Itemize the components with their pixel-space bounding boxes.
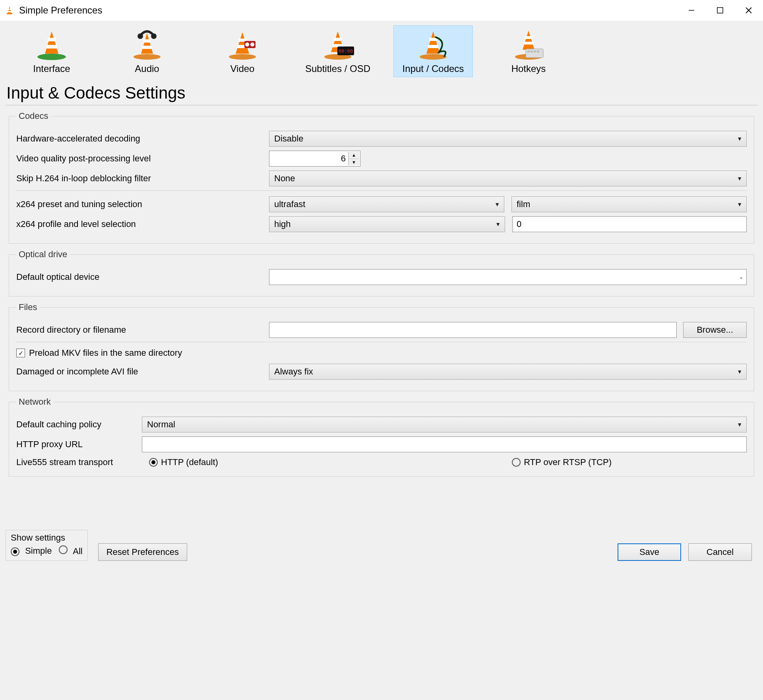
files-group: Files Record directory or filename Brows…: [9, 302, 754, 391]
radio-icon: [512, 458, 521, 467]
tab-interface[interactable]: Interface: [12, 25, 91, 77]
svg-rect-38: [524, 42, 533, 45]
combo-value: None: [274, 173, 295, 184]
tab-input-codecs[interactable]: Input / Codecs: [393, 25, 473, 77]
save-button[interactable]: Save: [618, 543, 681, 561]
maximize-button[interactable]: [706, 0, 734, 21]
svg-rect-1: [8, 9, 11, 10]
tab-audio[interactable]: Audio: [107, 25, 187, 77]
radio-http[interactable]: HTTP (default): [149, 457, 218, 467]
tab-label: Subtitles / OSD: [305, 63, 370, 74]
live555-label: Live555 stream transport: [16, 457, 143, 467]
tab-label: Hotkeys: [511, 63, 546, 74]
chevron-down-icon: ▼: [494, 201, 500, 207]
caching-label: Default caching policy: [16, 419, 136, 430]
svg-rect-37: [525, 36, 533, 39]
avi-label: Damaged or incomplete AVI file: [16, 366, 263, 377]
separator: [16, 342, 747, 342]
separator: [16, 190, 747, 191]
x264-preset-combo[interactable]: ultrafast ▼: [269, 196, 504, 212]
spinbox-value: 6: [341, 153, 346, 164]
record-input[interactable]: [269, 322, 677, 338]
svg-rect-34: [428, 45, 438, 48]
svg-point-16: [137, 33, 143, 39]
chevron-down-icon: ▼: [737, 421, 742, 428]
svg-point-31: [420, 54, 447, 60]
chevron-down-icon: ▼: [737, 136, 742, 142]
chevron-down-icon: ▼: [737, 201, 742, 207]
tab-subtitles[interactable]: 00:00 Subtitles / OSD: [298, 25, 378, 77]
x264-level-input[interactable]: 0: [512, 216, 747, 232]
svg-rect-42: [534, 50, 536, 52]
radio-label: All: [73, 546, 82, 556]
x264-profile-label: x264 profile and level selection: [16, 219, 263, 229]
video-icon: [225, 29, 260, 61]
reset-preferences-button[interactable]: Reset Preferences: [98, 543, 187, 561]
radio-all[interactable]: All: [59, 545, 82, 557]
svg-rect-33: [429, 38, 437, 41]
chevron-down-icon: ▼: [737, 368, 742, 375]
record-label: Record directory or filename: [16, 325, 263, 335]
svg-rect-15: [142, 46, 152, 49]
tab-video[interactable]: Video: [203, 25, 282, 77]
radio-icon: [11, 547, 19, 556]
x264-tuning-combo[interactable]: film ▼: [511, 196, 747, 212]
svg-rect-43: [537, 50, 539, 52]
codecs-legend: Codecs: [16, 111, 51, 121]
radio-icon: [59, 545, 68, 554]
radio-simple[interactable]: Simple: [11, 546, 52, 556]
postproc-spinbox[interactable]: 6 ▲ ▼: [269, 151, 360, 167]
show-settings-group: Show settings Simple All: [6, 530, 88, 561]
spin-up-icon[interactable]: ▲: [349, 152, 359, 159]
input-codecs-icon: [415, 29, 451, 61]
caching-combo[interactable]: Normal ▼: [142, 417, 747, 432]
skip-h264-combo[interactable]: None ▼: [269, 171, 747, 186]
files-legend: Files: [16, 302, 39, 312]
chevron-down-icon: ⌄: [739, 274, 743, 280]
combo-value: Normal: [147, 419, 175, 430]
preload-mkv-checkbox[interactable]: ✓: [16, 349, 25, 357]
optical-device-label: Default optical device: [16, 272, 263, 282]
proxy-input[interactable]: [142, 436, 747, 452]
svg-rect-27: [334, 38, 342, 41]
radio-label: HTTP (default): [161, 457, 218, 467]
subtitles-icon: 00:00: [320, 29, 356, 61]
x264-profile-combo[interactable]: high ▼: [269, 216, 505, 232]
minimize-button[interactable]: [677, 0, 706, 21]
hw-decoding-combo[interactable]: Disable ▼: [269, 131, 747, 147]
svg-rect-11: [46, 45, 57, 48]
category-tabs: Interface Audio Video 00:00 Subtitles / …: [0, 21, 763, 80]
proxy-label: HTTP proxy URL: [16, 439, 136, 450]
svg-marker-9: [45, 31, 58, 54]
optical-legend: Optical drive: [16, 249, 70, 260]
tab-label: Input / Codecs: [403, 63, 464, 74]
skip-h264-label: Skip H.264 in-loop deblocking filter: [16, 173, 263, 184]
vlc-app-icon: [5, 6, 14, 15]
spin-down-icon[interactable]: ▼: [349, 159, 359, 166]
titlebar: Simple Preferences: [0, 0, 763, 21]
svg-rect-41: [531, 50, 533, 52]
radio-rtp[interactable]: RTP over RTSP (TCP): [512, 457, 612, 467]
optical-device-combo[interactable]: ⌄: [269, 269, 747, 285]
browse-button[interactable]: Browse...: [683, 322, 747, 338]
window-title: Simple Preferences: [19, 5, 102, 16]
close-button[interactable]: [734, 0, 763, 21]
cancel-button[interactable]: Cancel: [688, 543, 752, 561]
svg-rect-2: [8, 11, 11, 12]
svg-rect-40: [527, 50, 530, 52]
input-value: 0: [517, 219, 521, 229]
svg-point-24: [250, 43, 254, 47]
button-label: Reset Preferences: [107, 547, 179, 557]
svg-rect-5: [717, 8, 723, 13]
button-label: Browse...: [697, 325, 733, 335]
tab-hotkeys[interactable]: Hotkeys: [489, 25, 568, 77]
combo-value: Disable: [274, 134, 303, 144]
button-label: Save: [639, 547, 659, 557]
chevron-down-icon: ▼: [495, 221, 501, 227]
radio-icon: [149, 458, 158, 467]
page-title: Input & Codecs Settings: [0, 80, 763, 105]
combo-value: film: [517, 199, 530, 209]
network-group: Network Default caching policy Normal ▼ …: [9, 397, 754, 477]
avi-combo[interactable]: Always fix ▼: [269, 364, 747, 380]
svg-rect-10: [48, 38, 56, 41]
